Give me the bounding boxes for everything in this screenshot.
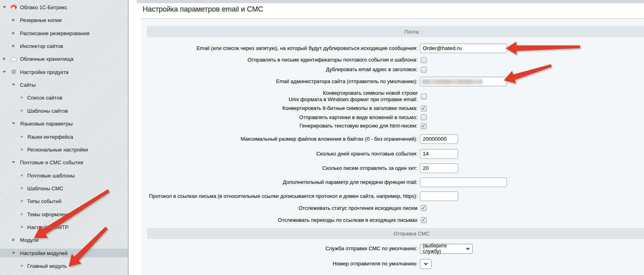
field-label: Сколько писем отправлять за один хит: — [141, 165, 417, 171]
gear-icon — [10, 69, 17, 75]
text-input[interactable]: 20000000 — [420, 134, 458, 144]
sidebar-item[interactable]: Главный модуль — [0, 261, 128, 270]
sidebar-item[interactable]: Настройки SMTP — [0, 223, 128, 231]
sidebar-item-label: Языки интерфейса — [27, 134, 73, 139]
main-content: Настройка параметров email и СМС ПочтаEm… — [129, 0, 644, 275]
sidebar-item[interactable]: Облачные хранилища — [0, 54, 128, 63]
field-label: Генерировать текстовую версию для html-п… — [141, 123, 417, 129]
text-input[interactable] — [420, 77, 507, 86]
checkbox[interactable] — [421, 57, 427, 63]
sidebar-item[interactable]: Типы событий — [0, 197, 128, 205]
field-label: Конвертировать символы новой строки Unix… — [141, 90, 417, 103]
sidebar-item[interactable]: Почтовые шаблоны — [0, 171, 128, 180]
sidebar-item-label: Сайты — [20, 82, 36, 88]
sidebar-item-label: Почтовые и СМС события — [20, 159, 83, 165]
cloud-icon — [10, 56, 17, 62]
sidebar-item-label: Типы событий — [27, 198, 62, 204]
sidebar-item-label: Шаблоны сайтов — [27, 108, 68, 114]
bullet-icon — [12, 239, 14, 241]
sidebar-item[interactable]: Список сайтов — [0, 93, 128, 102]
sidebar-item[interactable]: Облако 1С-Битрикс — [0, 3, 128, 12]
section-header: Почта — [147, 26, 644, 37]
sidebar-item[interactable]: Шаблоны сайтов — [0, 106, 128, 115]
chevron-down-icon — [424, 263, 428, 265]
checkmark-icon: ✓ — [421, 105, 426, 111]
bullet-icon — [12, 19, 14, 21]
sidebar-item[interactable]: Резервные копии — [0, 16, 128, 24]
checkbox[interactable]: ✓ — [421, 217, 427, 223]
text-input[interactable] — [420, 191, 458, 201]
expand-triangle-icon[interactable] — [3, 6, 6, 8]
bullet-icon — [21, 213, 23, 215]
field-label: Конвертировать 8-битные символы в заголо… — [141, 105, 417, 112]
field-label: Отправлять картинки в виде вложений в пи… — [141, 114, 417, 121]
chevron-down-icon — [466, 247, 470, 250]
sidebar-item-label: Языковые параметры — [20, 121, 73, 127]
select-dropdown[interactable]: (выберите службу) — [420, 244, 473, 254]
expand-triangle-icon[interactable] — [12, 84, 15, 86]
bullet-icon — [12, 32, 14, 34]
field-label: Email (или список через запятую), на кот… — [141, 45, 417, 52]
bullet-icon — [21, 200, 23, 202]
field-label: Отслеживать статус прочтения исходящих п… — [141, 205, 417, 211]
checkbox[interactable] — [421, 67, 427, 73]
checkbox[interactable]: ✓ — [421, 205, 427, 211]
field-label: Отслеживать переходы по ссылкам в исходя… — [141, 217, 417, 223]
field-label: Отправлять в письме идентификаторы почто… — [141, 57, 417, 63]
field-label: Email администратора сайта (отправитель … — [141, 78, 417, 85]
text-input[interactable]: 14 — [420, 149, 458, 159]
sidebar-item[interactable]: Почтовые и СМС события — [0, 158, 128, 167]
top-toolbar-remnant — [137, 0, 644, 3]
sidebar-navigation-tree: Облако 1С-БитриксРезервные копииРасписан… — [0, 0, 129, 275]
bullet-icon — [21, 148, 23, 150]
sidebar-item-label: Региональные настройки — [27, 146, 88, 152]
expand-triangle-icon[interactable] — [3, 71, 6, 73]
sidebar-item-label: Облачные хранилища — [20, 56, 74, 62]
sidebar-item[interactable]: Шаблоны СМС — [0, 184, 128, 193]
bullet-icon — [12, 45, 14, 47]
sidebar-item[interactable]: Инспектор сайтов — [0, 42, 128, 50]
checkbox[interactable] — [421, 94, 427, 100]
sidebar-item[interactable]: Настройки продукта — [0, 68, 128, 76]
sidebar-item-label: Список сайтов — [27, 95, 62, 101]
section-header: Отправка СМС — [147, 228, 644, 239]
sidebar-item[interactable]: Настройки модулей — [0, 249, 128, 257]
checkbox[interactable]: ✓ — [421, 106, 427, 112]
bullet-icon — [21, 136, 23, 138]
expand-triangle-icon[interactable] — [12, 161, 15, 163]
expand-triangle-icon[interactable] — [12, 123, 15, 125]
sidebar-item[interactable]: Модули — [0, 235, 128, 244]
sidebar-item-label: Инспектор сайтов — [20, 43, 63, 49]
field-label: Дублировать email адрес в заголовок: — [141, 66, 417, 73]
text-input[interactable]: Order@hated.ru — [420, 44, 507, 53]
sidebar-item-label: Настройки SMTP — [27, 224, 68, 230]
field-label: Протокол в ссылках письма (в относительн… — [141, 193, 417, 199]
screen: Облако 1С-БитриксРезервные копииРасписан… — [0, 0, 644, 275]
checkbox[interactable]: ✓ — [421, 123, 427, 129]
sidebar-item-label: Настройки модулей — [20, 250, 68, 256]
checkmark-icon: ✓ — [421, 217, 426, 223]
bullet-icon — [21, 187, 23, 189]
checkbox[interactable] — [421, 114, 427, 120]
select-dropdown[interactable] — [420, 259, 431, 269]
select-value: (выберите службу) — [423, 243, 464, 254]
sidebar-item-label: Шаблоны СМС — [27, 185, 64, 191]
sidebar-item[interactable]: Сайты — [0, 80, 128, 89]
text-input[interactable] — [420, 177, 507, 187]
sidebar-item[interactable]: Региональные настройки — [0, 145, 128, 154]
sidebar-item[interactable]: Языковые параметры — [0, 119, 128, 128]
sidebar-item-label: Модули — [20, 237, 39, 243]
sidebar-item-label: Расписание резервирования — [20, 30, 89, 36]
field-label: Номер отправителя по умолчанию: — [141, 261, 417, 267]
bullet-icon — [21, 226, 23, 228]
sidebar-item[interactable]: Языки интерфейса — [0, 132, 128, 141]
bullet-icon — [21, 110, 23, 112]
checkmark-icon: ✓ — [421, 123, 426, 129]
bullet-icon — [21, 174, 23, 176]
field-label: Максимальный размер файлов вложения в ба… — [141, 136, 417, 142]
settings-form-panel: ПочтаEmail (или список через запятую), н… — [141, 19, 644, 275]
sidebar-item[interactable]: Расписание резервирования — [0, 29, 128, 38]
sidebar-item[interactable]: Темы оформления — [0, 210, 128, 219]
expand-triangle-icon[interactable] — [12, 252, 15, 254]
text-input[interactable]: 20 — [420, 163, 458, 173]
